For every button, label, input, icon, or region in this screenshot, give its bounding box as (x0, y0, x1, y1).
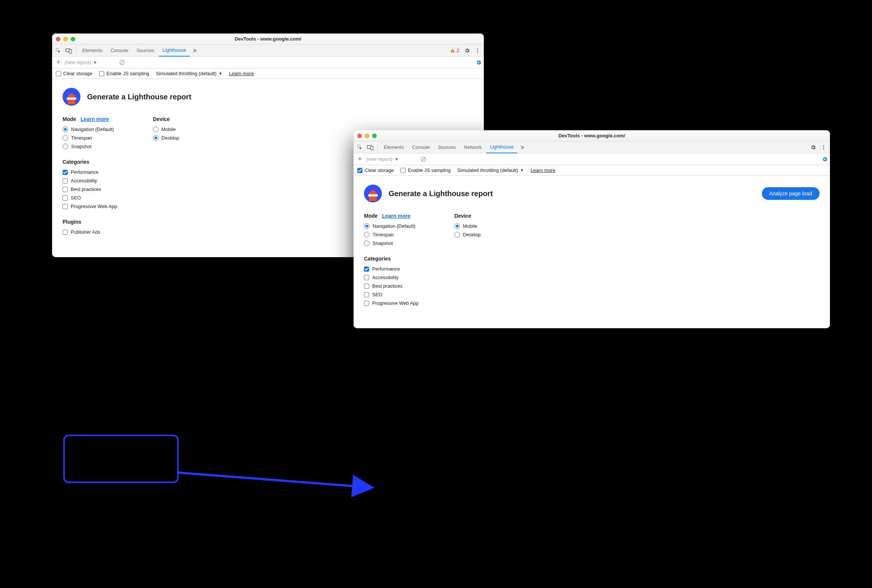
gear-icon[interactable] (808, 142, 818, 152)
lighthouse-settings-icon[interactable] (476, 60, 482, 66)
block-icon[interactable] (420, 156, 426, 162)
learn-more-link[interactable]: Learn more (229, 71, 254, 76)
mode-option-label: Timespan (372, 232, 394, 237)
tab-sources[interactable]: Sources (133, 45, 158, 57)
mode-option-2[interactable]: Snapshot (364, 239, 419, 248)
new-report-button[interactable]: + (54, 58, 63, 66)
categories-option-0[interactable]: Performance (364, 265, 419, 273)
tab-lighthouse[interactable]: Lighthouse (159, 45, 190, 57)
lighthouse-settings-icon[interactable] (822, 156, 828, 162)
maximize-icon[interactable] (71, 37, 75, 41)
kebab-icon[interactable] (819, 142, 828, 152)
inspect-icon[interactable] (355, 142, 365, 152)
mode-option-label: Snapshot (372, 240, 393, 246)
mode-learn-more-link[interactable]: Learn more (382, 213, 411, 219)
mode-option-label: Navigation (Default) (372, 223, 415, 229)
plugins-title: Plugins (63, 219, 117, 225)
tab-elements[interactable]: Elements (78, 45, 106, 57)
mode-option-label: Snapshot (71, 144, 92, 149)
tab-console[interactable]: Console (408, 141, 434, 153)
plugins-option-0[interactable]: Publisher Ads (63, 228, 117, 236)
close-icon[interactable] (357, 134, 362, 138)
clear-storage-label: Clear storage (63, 71, 92, 76)
categories-option-label: Performance (71, 170, 98, 175)
throttling-dropdown[interactable]: Simulated throttling (default) ▼ (458, 168, 524, 173)
devtools-window-right: DevTools - www.google.com/ ElementsConso… (354, 130, 830, 328)
tab-lighthouse[interactable]: Lighthouse (486, 141, 517, 153)
inspect-icon[interactable] (54, 46, 63, 56)
mode-option-2[interactable]: Snapshot (63, 142, 117, 151)
radio-icon (63, 126, 68, 132)
categories-option-3[interactable]: SEO (63, 194, 117, 202)
left-column: ModeLearn more Navigation (Default) Time… (364, 213, 419, 316)
categories-option-label: Best practices (372, 283, 403, 289)
categories-option-1[interactable]: Accessibility (364, 273, 419, 282)
block-icon[interactable] (119, 60, 125, 66)
radio-icon (364, 240, 369, 246)
mode-learn-more-link[interactable]: Learn more (81, 116, 109, 122)
device-icon[interactable] (64, 46, 74, 56)
mode-option-0[interactable]: Navigation (Default) (364, 222, 419, 230)
throttling-dropdown[interactable]: Simulated throttling (default) ▼ (156, 71, 222, 76)
categories-option-3[interactable]: SEO (364, 290, 419, 299)
categories-option-0[interactable]: Performance (63, 168, 117, 176)
report-dropdown[interactable]: (new report) ▾ (366, 156, 418, 162)
mode-option-0[interactable]: Navigation (Default) (63, 125, 117, 134)
categories-option-4[interactable]: Progressive Web App (63, 202, 117, 211)
new-report-button[interactable]: + (356, 155, 364, 163)
more-tabs-icon[interactable] (518, 142, 528, 152)
form-columns: ModeLearn more Navigation (Default) Time… (364, 213, 819, 316)
js-sampling-checkbox[interactable]: Enable JS sampling (99, 71, 149, 76)
maximize-icon[interactable] (372, 134, 377, 138)
categories-option-4[interactable]: Progressive Web App (364, 299, 419, 308)
learn-more-link[interactable]: Learn more (530, 168, 555, 173)
checkbox-icon (364, 275, 369, 280)
svg-point-13 (823, 145, 824, 146)
tab-sources[interactable]: Sources (434, 141, 460, 153)
warning-count[interactable]: 2 (450, 48, 459, 53)
mode-option-1[interactable]: Timespan (63, 134, 117, 142)
device-icon[interactable] (365, 142, 375, 152)
categories-option-1[interactable]: Accessibility (63, 176, 117, 185)
lighthouse-options-row: Clear storage Enable JS sampling Simulat… (52, 69, 484, 79)
categories-option-2[interactable]: Best practices (364, 282, 419, 290)
device-option-label: Mobile (162, 126, 176, 132)
device-option-0[interactable]: Mobile (153, 125, 179, 134)
js-sampling-checkbox[interactable]: Enable JS sampling (401, 168, 451, 173)
tab-console[interactable]: Console (107, 45, 132, 57)
annotation-arrow (171, 465, 380, 495)
svg-point-14 (823, 147, 824, 148)
minimize-icon[interactable] (365, 134, 369, 138)
mode-option-label: Timespan (71, 135, 92, 141)
categories-option-label: SEO (71, 195, 81, 201)
svg-point-6 (477, 50, 478, 51)
device-option-1[interactable]: Desktop (455, 230, 481, 239)
analyze-page-load-button[interactable]: Analyze page load (762, 187, 819, 200)
checkbox-icon (401, 168, 406, 173)
checkbox-icon (364, 292, 369, 297)
mode-option-1[interactable]: Timespan (364, 230, 419, 239)
clear-storage-checkbox[interactable]: Clear storage (56, 71, 92, 76)
device-option-1[interactable]: Desktop (153, 134, 179, 142)
svg-line-9 (120, 61, 123, 64)
categories-option-2[interactable]: Best practices (63, 185, 117, 194)
device-title: Device (455, 213, 481, 219)
lighthouse-logo-icon (63, 88, 80, 106)
radio-icon (63, 144, 68, 149)
throttling-label: Simulated throttling (default) (458, 168, 518, 173)
checkbox-icon (63, 178, 68, 183)
checkbox-icon (63, 204, 68, 209)
more-tabs-icon[interactable] (191, 46, 200, 56)
kebab-icon[interactable] (473, 46, 482, 56)
tab-network[interactable]: Network (460, 141, 486, 153)
gear-icon[interactable] (462, 46, 472, 56)
close-icon[interactable] (56, 37, 60, 41)
device-option-0[interactable]: Mobile (455, 222, 481, 230)
checkbox-icon (56, 71, 61, 76)
report-dropdown[interactable]: (new report) ▾ (65, 60, 117, 65)
tab-elements[interactable]: Elements (380, 141, 408, 153)
minimize-icon[interactable] (63, 37, 68, 41)
window-title: DevTools - www.google.com/ (558, 133, 625, 138)
clear-storage-checkbox[interactable]: Clear storage (357, 168, 394, 173)
window-title: DevTools - www.google.com/ (234, 36, 301, 42)
